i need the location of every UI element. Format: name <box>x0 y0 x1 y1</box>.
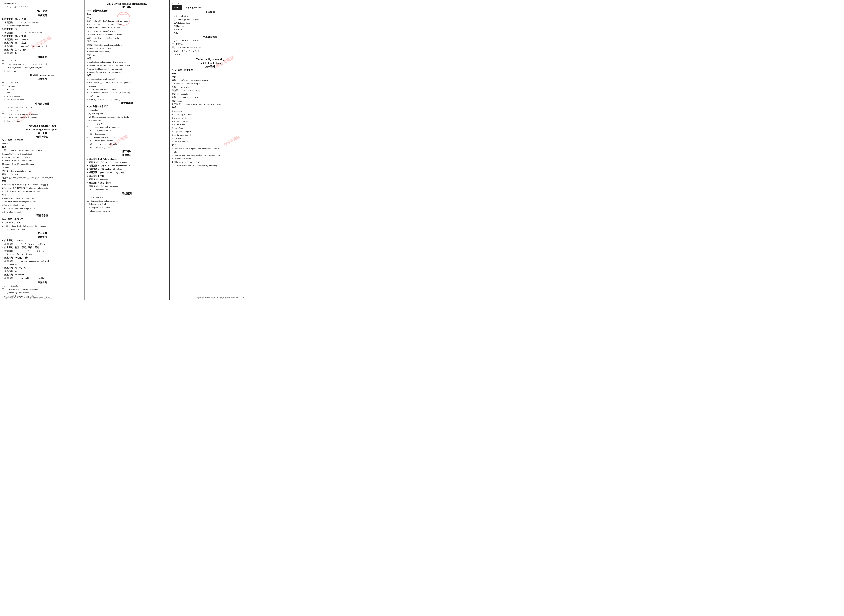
rdc-6: 副词：1. o'clock 2. then 3. when <box>172 96 248 99</box>
section1-title: 第二课时 <box>2 9 82 13</box>
rjz-5: 5. It's my favourite subject because it'… <box>172 164 248 167</box>
mjz-3: 3. Eat the right food and be healthy. <box>87 88 167 91</box>
mdc-3: 9. egg 10. eye 11. cheese 12. tooth（teet… <box>87 26 167 29</box>
kt2-1: 一、1～5 CABBB <box>2 285 82 287</box>
rzk-1: 一、1～5 BDBBA 6～10 DBBCD <box>172 39 248 43</box>
dc-1: 名词：1. food 2. drink 3. candy 4. fruit 5.… <box>2 149 82 152</box>
m-dong-ci: 动词：1. eat 2. remember 3. stay 4. buy <box>87 37 167 40</box>
gg-1: 一、1～5 BCBBA <box>2 81 82 84</box>
kt-3: 3. There are, behind 4. There is, betwee… <box>2 66 82 69</box>
r-unit1-title: Unit 1 I love history. <box>172 62 248 65</box>
ke-qian-title: 课前预习 <box>2 14 82 17</box>
rdc-2: 5. maths 6. PE 7. lesson 8. subject <box>172 82 248 85</box>
gg-3: 2. Are there any <box>2 88 82 91</box>
gg-5: 4. Is there, there is <box>2 95 82 98</box>
kq2-3b: （2）much too <box>2 263 82 266</box>
mid-duan-yu-label: 短语 <box>87 57 167 60</box>
bu-chong: 补充词汇：pear, grape, sausage, cabbage, nood… <box>2 176 82 179</box>
rgg-1: 一、1～5 BBCDD <box>172 15 248 18</box>
mid-di-er-ke-shi: 第二课时 <box>87 150 167 153</box>
mjz-2b: children. <box>87 84 167 88</box>
rgg-5: 4. isn't; or <box>172 28 248 31</box>
kq2-5: 5. 自主探究：be bad for <box>2 273 82 276</box>
mid-di-yi-ke-shi: 第一课时 <box>87 6 167 9</box>
wr-2: 2.（1）carrots, eggs and sweet potatoes <box>87 126 167 129</box>
mkq-1a: 考题预测：（1）B （2）a bit/ little happy <box>87 161 167 164</box>
dong-ci: 动词：1. shop 2. get 3. have 4. has <box>2 170 82 173</box>
mjz-1: 1. Is your food and drink healthy? <box>87 78 167 81</box>
wr-3d: （4）fruit and vegetables <box>87 146 167 149</box>
while-reading-label: ·While-reading <box>4 2 82 5</box>
step1: Step 1 阪慧一自主会学 <box>2 139 82 142</box>
mid-dan-ci-label: 单词 <box>87 16 167 19</box>
r-zhong-kao-title: 中考题型链接 <box>172 35 248 39</box>
jz-5: 5. Cola is bad for you! <box>2 210 82 214</box>
mdy-4: 9. have sth for lunch 10. It's important… <box>87 71 167 74</box>
zk-4: 5. chairs 6. like 7. windows 8. students <box>2 116 82 119</box>
dc-4: 13. coffee 14. cola 15. juice 16. milk <box>2 159 82 163</box>
mdc-5: 17. family 18. dinner 19. banana 20. hea… <box>87 33 167 36</box>
right-column: 5. not; or Unit 3 Language in use 巩固练习 一… <box>170 0 250 300</box>
rzk-4: 6. dinner 7. After 8. have/eat 9. much <box>172 50 248 53</box>
m-xr-1: 形容词：1. healthy 2. delicious 3. helpful <box>87 44 167 47</box>
kq2-2b: （4）some （5）any （6）any <box>2 253 82 256</box>
mkq-6a: 考题预测：（1）apples or pears <box>87 185 167 188</box>
gg-2: 二、1. aren't any <box>2 85 82 88</box>
unit3-header: Unit 3 Language in use <box>172 5 248 10</box>
rjz-1b: nine. <box>172 151 248 154</box>
unit3-black-box: Unit 3 <box>172 5 182 10</box>
task1: Task 1 <box>2 142 82 145</box>
mjz-5: 5. Have a good breakfast every morning. <box>87 98 167 101</box>
mkq-3: 3. 考题预测：（1）to close （2）closing <box>87 167 167 171</box>
rzk-5: 10. bad <box>172 53 248 56</box>
rzk-2: 二、EBGFA <box>172 43 248 46</box>
kq-5-a: 考题预测：B <box>2 51 82 55</box>
mkq-5: 5. 自主探究：单数 <box>87 175 167 177</box>
rdy-4: 4. at twenty past ten <box>172 120 248 123</box>
kq2-1: 1. 自主探究：has; have <box>2 239 82 242</box>
rdc-8: 补充词汇：IT, politics, music, physics, chemi… <box>172 103 248 106</box>
m-fu-ci: 副词：well <box>87 40 167 43</box>
dc-6: 21. kind <box>2 166 82 169</box>
rdy-5: 5. at five to nine <box>172 123 248 126</box>
ke-qian-dao-xue: 课前导学案 <box>2 135 82 138</box>
rdc-3: 动词：1. talk 2. start <box>172 86 248 89</box>
mdc-2: 5. noodle 6. rice 7. sugar 8. child（chil… <box>87 23 167 26</box>
zhong-kao-title: 中考题型链接 <box>2 102 82 106</box>
r-duan-yu-label: 短语 <box>172 106 248 109</box>
rjz-4: 4. I like history and I am good at it. <box>172 161 248 164</box>
mid-step3-title: Step 3 集慧一集思汇学 <box>87 105 167 108</box>
kq-2: 2. 自主探究：有 <box>2 28 82 31</box>
kt2-3: 2. go shopping 3. lots of trees <box>2 291 82 294</box>
mjz-4: 4. It is important to remember: eat well… <box>87 91 167 94</box>
m-lian-ci: 连词：or <box>87 54 167 57</box>
ju-zi-label: 句子 <box>2 194 82 197</box>
while-reading-label: ·While-reading <box>88 119 167 122</box>
mkt2-4: 3. are good for your teeth <box>87 206 167 209</box>
ke-tang-dao-xue: 课堂导学案 <box>2 214 82 217</box>
gg-4: 3. isn't <box>2 91 82 94</box>
mjz-2: 2. Meat is healthy, but too much meat is… <box>87 81 167 84</box>
mkq-5a: 考题预测：There is a <box>87 178 167 181</box>
kq2-1a: 考题预测：（1）C （2）Have you got; I have <box>2 243 82 246</box>
mkt2-1: 一、1～5 ADCAA <box>87 196 167 199</box>
kt-2: 二、1. with many pictures in it 2. There i… <box>2 63 82 66</box>
ke-tang-title: 课堂检测 <box>2 56 82 59</box>
duan-yu-label: 短语 <box>2 180 82 183</box>
kq-5: 5. 自主探究：为了，用于 <box>2 48 82 51</box>
unit2-title: Unit 2 Is your food and drink healthy? <box>87 2 167 5</box>
rong-ci: 容词：1. lot 2. bad <box>2 173 82 176</box>
zk-2: 二、1～5 BDGFA <box>2 109 82 112</box>
dy-1: 1. go shopping 2. have/has got 3. too mu… <box>2 183 82 186</box>
mid-task1: Task 1 <box>87 13 167 16</box>
mdy-2: 4. be/keep/stay healthy 5. get fat 6. ea… <box>87 64 167 67</box>
wr-3: 3.（1）noodles, rice, hamburgers <box>87 136 167 139</box>
rdc-7: 兼词：love <box>172 100 248 103</box>
kt-4: 5. on the left of <box>2 69 82 73</box>
s3-2: 2.（1）food and drink （2）chicken （3）orange… <box>2 224 82 227</box>
rjz-3: 3. We don't have maths. <box>172 157 248 160</box>
pr-2: （2）Milk, cheese and fish are good for my… <box>87 115 167 119</box>
kq-1: 1. 自主探究：在……之间 <box>2 18 82 21</box>
mkt2-2: 二、1. is your food and drink healthy <box>87 199 167 202</box>
footer-right: 同步经典学案·WY七年级上册·参考答案（第10页 共28页） <box>196 296 247 299</box>
